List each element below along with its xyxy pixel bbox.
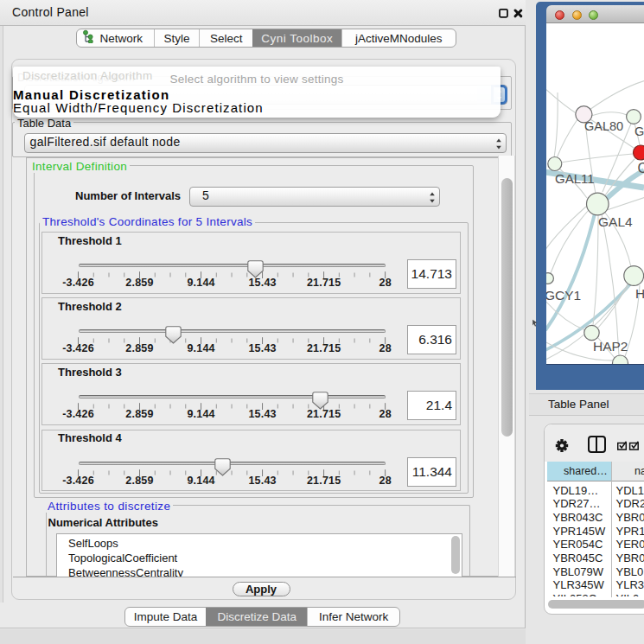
svg-text:GAL4: GAL4 bbox=[598, 214, 633, 229]
svg-text:H: H bbox=[635, 286, 644, 301]
svg-text:GAL80: GAL80 bbox=[584, 119, 623, 133]
svg-text:GA: GA bbox=[634, 124, 644, 138]
svg-text:HAP2: HAP2 bbox=[593, 339, 628, 354]
svg-text:GAL11: GAL11 bbox=[555, 171, 595, 186]
svg-text:C: C bbox=[638, 161, 644, 175]
svg-text:GCY1: GCY1 bbox=[546, 288, 581, 303]
